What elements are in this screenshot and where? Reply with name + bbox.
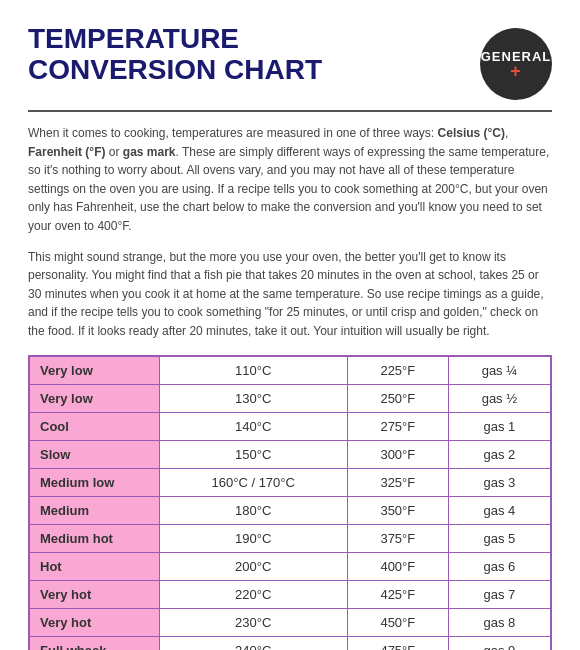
- badge-plus: +: [510, 64, 522, 78]
- table-row: Very low110°C225°Fgas ¼: [29, 356, 551, 385]
- cell-celsius: 190°C: [159, 524, 347, 552]
- cell-label: Very low: [29, 356, 159, 385]
- cell-fahrenheit: 300°F: [347, 440, 448, 468]
- cell-celsius: 200°C: [159, 552, 347, 580]
- table-row: Medium low160°C / 170°C325°Fgas 3: [29, 468, 551, 496]
- table-row: Very low130°C250°Fgas ½: [29, 384, 551, 412]
- cell-gas: gas 5: [448, 524, 551, 552]
- table-row: Cool140°C275°Fgas 1: [29, 412, 551, 440]
- cell-label: Medium low: [29, 468, 159, 496]
- conversion-table: Very low110°C225°Fgas ¼Very low130°C250°…: [28, 355, 552, 650]
- cell-fahrenheit: 325°F: [347, 468, 448, 496]
- cell-celsius: 140°C: [159, 412, 347, 440]
- table-row: Very hot220°C425°Fgas 7: [29, 580, 551, 608]
- cell-gas: gas 1: [448, 412, 551, 440]
- cell-celsius: 240°C: [159, 636, 347, 650]
- cell-gas: gas 4: [448, 496, 551, 524]
- cell-label: Medium hot: [29, 524, 159, 552]
- page-title: TEMPERATURE CONVERSION CHART: [28, 24, 428, 86]
- cell-label: Hot: [29, 552, 159, 580]
- cell-label: Very low: [29, 384, 159, 412]
- cell-label: Medium: [29, 496, 159, 524]
- cell-fahrenheit: 425°F: [347, 580, 448, 608]
- table-row: Medium hot190°C375°Fgas 5: [29, 524, 551, 552]
- cell-fahrenheit: 250°F: [347, 384, 448, 412]
- cell-gas: gas 7: [448, 580, 551, 608]
- table-row: Hot200°C400°Fgas 6: [29, 552, 551, 580]
- cell-gas: gas ½: [448, 384, 551, 412]
- cell-gas: gas 2: [448, 440, 551, 468]
- cell-celsius: 230°C: [159, 608, 347, 636]
- cell-celsius: 160°C / 170°C: [159, 468, 347, 496]
- cell-gas: gas 6: [448, 552, 551, 580]
- cell-fahrenheit: 225°F: [347, 356, 448, 385]
- cell-celsius: 130°C: [159, 384, 347, 412]
- cell-celsius: 150°C: [159, 440, 347, 468]
- cell-label: Cool: [29, 412, 159, 440]
- table-row: Medium180°C350°Fgas 4: [29, 496, 551, 524]
- cell-fahrenheit: 275°F: [347, 412, 448, 440]
- cell-celsius: 180°C: [159, 496, 347, 524]
- cell-fahrenheit: 400°F: [347, 552, 448, 580]
- table-row: Full whack240°C475°Fgas 9: [29, 636, 551, 650]
- divider: [28, 110, 552, 112]
- cell-gas: gas ¼: [448, 356, 551, 385]
- cell-fahrenheit: 350°F: [347, 496, 448, 524]
- cell-label: Slow: [29, 440, 159, 468]
- cell-label: Full whack: [29, 636, 159, 650]
- cell-celsius: 110°C: [159, 356, 347, 385]
- cell-fahrenheit: 475°F: [347, 636, 448, 650]
- intro-paragraph-1: When it comes to cooking, temperatures a…: [28, 124, 552, 236]
- cell-gas: gas 9: [448, 636, 551, 650]
- intro-paragraph-2: This might sound strange, but the more y…: [28, 248, 552, 341]
- cell-label: Very hot: [29, 608, 159, 636]
- cell-fahrenheit: 375°F: [347, 524, 448, 552]
- general-badge: GENERAL +: [480, 28, 552, 100]
- table-row: Very hot230°C450°Fgas 8: [29, 608, 551, 636]
- cell-gas: gas 8: [448, 608, 551, 636]
- cell-fahrenheit: 450°F: [347, 608, 448, 636]
- cell-celsius: 220°C: [159, 580, 347, 608]
- cell-gas: gas 3: [448, 468, 551, 496]
- table-row: Slow150°C300°Fgas 2: [29, 440, 551, 468]
- page-header: TEMPERATURE CONVERSION CHART GENERAL +: [28, 24, 552, 100]
- cell-label: Very hot: [29, 580, 159, 608]
